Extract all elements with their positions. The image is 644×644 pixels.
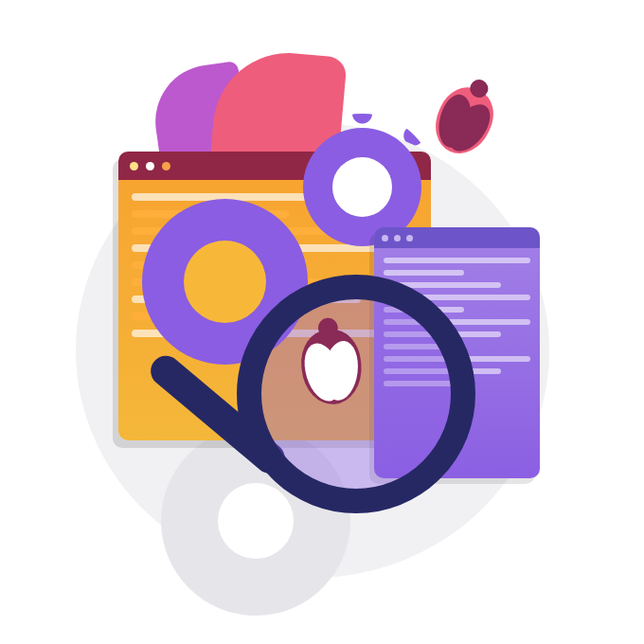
window-dot-icon xyxy=(130,162,138,170)
code-line xyxy=(384,258,530,263)
window-dot-icon xyxy=(146,162,154,170)
window-dot-icon xyxy=(162,162,170,170)
bug-flying-icon xyxy=(425,79,503,163)
window-titlebar xyxy=(374,227,540,248)
debugging-illustration xyxy=(0,0,644,644)
window-dot-icon xyxy=(382,235,388,242)
window-dot-icon xyxy=(394,235,401,242)
bug-under-magnifier-icon xyxy=(298,328,365,407)
window-dot-icon xyxy=(406,235,413,242)
code-line xyxy=(384,270,464,276)
